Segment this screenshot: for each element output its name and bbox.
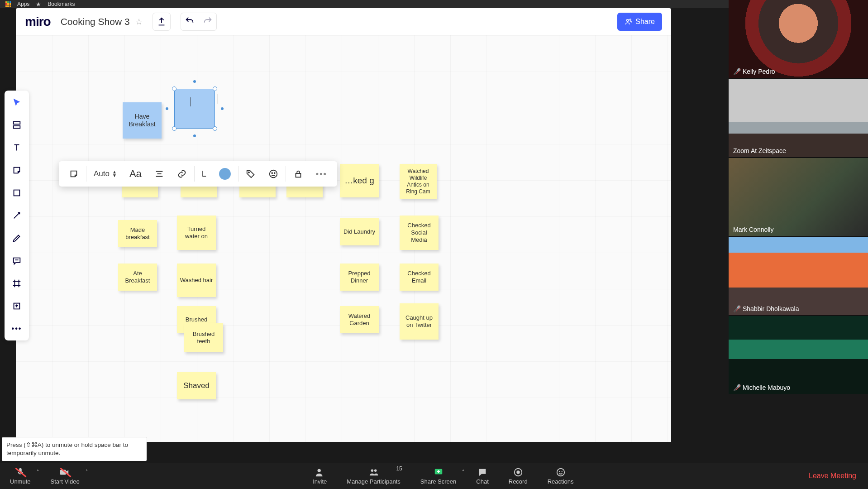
svg-point-9	[274, 173, 275, 173]
size-letter-button[interactable]: L	[196, 161, 212, 187]
bookmark-star-icon: ★	[36, 1, 41, 8]
svg-point-14	[374, 469, 377, 472]
miro-canvas[interactable]: Have Breakfast Hung out …ked g Watched W…	[16, 35, 671, 442]
sticky-checked-social[interactable]: Checked Social Media	[400, 216, 439, 250]
chevron-up-icon[interactable]: ˄	[86, 469, 88, 474]
sticky-note-tool[interactable]	[10, 163, 24, 177]
sticky-ate-breakfast[interactable]: Ate Breakfast	[118, 264, 157, 291]
miro-app: miro Cooking Show 3 ☆ Share Have Breakfa…	[16, 8, 671, 442]
comment-tool[interactable]	[10, 254, 24, 268]
chevron-up-icon[interactable]: ˄	[37, 469, 39, 474]
sticky-shaved[interactable]: Shaved	[177, 372, 216, 399]
participant-tile[interactable]: 🎤̸Shabbir Dholkawala	[729, 237, 868, 315]
svg-rect-10	[296, 173, 300, 177]
share-button-label: Share	[635, 18, 655, 26]
chat-button[interactable]: Chat	[466, 463, 498, 489]
participant-tile[interactable]: Zoom At Zeitspace	[729, 79, 868, 157]
svg-rect-4	[14, 190, 20, 196]
sticky-caught-up-twitter[interactable]: Caught up on Twitter	[400, 303, 439, 340]
share-button[interactable]: Share	[617, 13, 662, 31]
lock-button[interactable]	[288, 161, 309, 187]
miro-logo[interactable]: miro	[25, 14, 51, 29]
pen-tool[interactable]	[10, 231, 24, 245]
participant-name: Michelle Mabuyo	[743, 384, 790, 391]
bookmarks-label[interactable]: Bookmarks	[48, 1, 75, 7]
more-tools[interactable]: •••	[10, 321, 24, 336]
invite-button[interactable]: Invite	[303, 463, 337, 489]
svg-point-17	[516, 470, 520, 474]
participants-count: 15	[396, 465, 402, 472]
svg-point-8	[272, 173, 272, 173]
shape-tool[interactable]	[10, 186, 24, 200]
participant-tile[interactable]: 🎤̸Michelle Mabuyo	[729, 316, 868, 394]
favorite-star-icon[interactable]: ☆	[135, 17, 143, 27]
reactions-button[interactable]: Reactions	[538, 463, 584, 489]
more-options-button[interactable]: •••	[310, 161, 333, 187]
sticky-watered-garden[interactable]: Watered Garden	[340, 306, 379, 333]
undo-button[interactable]	[185, 16, 195, 28]
text-cursor-icon	[191, 97, 191, 106]
undo-redo-group	[181, 13, 217, 31]
size-auto-button[interactable]: Auto ▲▼	[88, 161, 122, 187]
templates-tool[interactable]	[10, 118, 24, 132]
board-title[interactable]: Cooking Show 3	[61, 16, 130, 27]
text-caret-icon	[218, 94, 218, 104]
svg-point-19	[559, 471, 560, 472]
svg-point-0	[627, 19, 629, 21]
redo-button[interactable]	[203, 16, 213, 28]
sticky-washed-hair[interactable]: Washed hair	[177, 264, 216, 297]
apps-label[interactable]: Apps	[17, 1, 29, 7]
mic-muted-icon: 🎤̸	[733, 68, 741, 75]
sticky-ked-g[interactable]: …ked g	[340, 164, 379, 197]
sticky-made-breakfast[interactable]: Made breakfast	[118, 220, 157, 247]
selected-shape[interactable]	[174, 89, 215, 129]
text-tool[interactable]	[10, 140, 24, 155]
mic-muted-icon: 🎤̸	[733, 384, 741, 391]
sticky-prepped-dinner[interactable]: Prepped Dinner	[340, 264, 379, 291]
start-video-button[interactable]: Start Video ˄	[41, 463, 90, 489]
svg-rect-2	[14, 122, 20, 125]
select-tool[interactable]	[10, 95, 24, 110]
chevron-up-icon[interactable]: ˄	[462, 469, 464, 474]
zoom-control-bar: Unmute ˄ Start Video ˄ Invite Manage Par…	[0, 463, 868, 489]
record-button[interactable]: Record	[499, 463, 538, 489]
svg-point-18	[557, 468, 564, 476]
sticky-did-laundry[interactable]: Did Laundry	[340, 218, 379, 245]
upload-tool[interactable]	[10, 299, 24, 313]
fill-color-button[interactable]	[214, 161, 236, 187]
participant-name: Mark Connolly	[733, 226, 773, 233]
text-style-button[interactable]: Aa	[124, 161, 147, 187]
apps-icon[interactable]	[5, 1, 11, 7]
sticky-blue-have-breakfast[interactable]: Have Breakfast	[123, 102, 162, 139]
unmute-hint-tooltip: Press (⇧⌘A) to unmute or hold space bar …	[2, 437, 147, 461]
mic-muted-icon: 🎤̸	[733, 305, 741, 312]
share-screen-button[interactable]: Share Screen ˄	[410, 463, 467, 489]
manage-participants-button[interactable]: Manage Participants 15	[337, 463, 410, 489]
emoji-button[interactable]	[263, 161, 284, 187]
participant-name: Zoom At Zeitspace	[733, 147, 786, 154]
sticky-context-toolbar: Auto ▲▼ Aa L •••	[59, 161, 337, 187]
zoom-gallery: 🎤̸Kelly Pedro Zoom At Zeitspace Mark Con…	[729, 0, 868, 394]
unmute-button[interactable]: Unmute ˄	[0, 463, 41, 489]
frame-tool[interactable]	[10, 276, 24, 291]
text-align-button[interactable]	[149, 161, 170, 187]
sticky-ring-cam[interactable]: Watched Wildlife Antics on Ring Cam	[400, 164, 437, 199]
export-button[interactable]	[153, 13, 171, 31]
sticky-brushed-teeth[interactable]: Brushed teeth	[184, 323, 223, 352]
sticky-turned-water-on[interactable]: Turned water on	[177, 216, 216, 250]
participant-tile[interactable]: 🎤̸Kelly Pedro	[729, 0, 868, 78]
sticky-checked-email[interactable]: Checked Email	[400, 264, 439, 291]
connection-line-tool[interactable]	[10, 208, 24, 223]
participant-tile[interactable]: Mark Connolly	[729, 158, 868, 236]
svg-point-13	[371, 469, 373, 472]
shape-type-button[interactable]	[63, 161, 84, 187]
link-button[interactable]	[172, 161, 192, 187]
svg-point-20	[561, 471, 562, 472]
tag-button[interactable]	[240, 161, 261, 187]
leave-meeting-button[interactable]: Leave Meeting	[797, 472, 868, 480]
participant-name: Shabbir Dholkawala	[743, 305, 799, 312]
miro-left-toolbar: •••	[5, 91, 29, 340]
color-swatch-icon	[219, 168, 231, 180]
svg-point-6	[248, 172, 249, 173]
participant-name: Kelly Pedro	[743, 68, 775, 75]
